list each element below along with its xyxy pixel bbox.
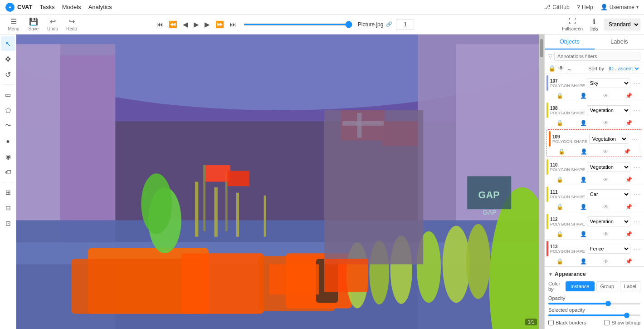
canvas-image: GAP GAP [16,34,544,329]
fullscreen-button[interactable]: ⛶ Fullscreen [561,17,584,31]
filename-area: Picture.jpg 🔗 [358,21,393,28]
object-113-menu[interactable]: ⋯ [631,245,642,253]
object-item: 111 POLYGON SHAPE Car ⋯ 🔒 👤 👁 📌 [545,185,644,212]
lock-icon[interactable]: 🔒 [548,65,556,72]
appearance-header[interactable]: ▼ Appearance [548,271,640,277]
object-item: 108 POLYGON SHAPE Vegetation ⋯ 🔒 👤 👁 📌 [545,101,644,128]
sort-bar: 🔒 👁 ⌄ Sort by ID - ascent [545,63,644,74]
person-107[interactable]: 👤 [580,93,587,99]
lock-107[interactable]: 🔒 [556,93,563,99]
object-111-label[interactable]: Car [587,189,630,199]
prev-frame-button[interactable]: ◀ [181,19,190,30]
instance-color-btn[interactable]: Instance [566,281,595,291]
tag-tool[interactable]: 🏷 [1,165,15,179]
nav-analytics[interactable]: Analytics [88,4,112,10]
svg-rect-38 [205,165,230,182]
redo-button[interactable]: ↪ Redo [63,16,81,33]
rotate-tool[interactable]: ↺ [1,67,15,82]
color-by-label: Color by [548,281,562,292]
svg-rect-16 [195,182,198,237]
annotations-filter-input[interactable] [554,52,640,61]
svg-rect-41 [269,264,319,295]
help-link[interactable]: ? Help [577,4,593,10]
black-borders-checkbox-label[interactable]: Black borders [548,320,586,325]
github-link[interactable]: ⎇ GitHub [544,4,569,10]
undo-button[interactable]: ↩ Undo [44,16,62,33]
top-nav: ● CVAT Tasks Models Analytics ⎇ GitHub ?… [0,0,644,15]
selected-opacity-thumb[interactable] [624,313,629,318]
black-borders-checkbox[interactable] [548,320,554,325]
frame-number-input[interactable] [396,19,414,30]
opacity-slider-container [548,303,640,304]
view-select[interactable]: Standard [605,19,640,30]
main-area: ↖ ✥ ↺ ▭ ⬠ 〜 ● ◉ 🏷 ⊞ ⊟ ⊡ [0,34,644,329]
first-frame-button[interactable]: ⏮ [155,19,165,30]
show-bitmap-checkbox-label[interactable]: Show bitmap [604,320,640,325]
canvas-area[interactable]: GAP GAP 1/1 [16,34,544,329]
frame-slider[interactable] [244,24,352,25]
object-109-label[interactable]: Vegetation [589,134,628,144]
link-icon[interactable]: 🔗 [386,21,392,27]
object-108-label[interactable]: Vegetation [587,105,630,115]
selected-opacity-label: Selected opacity [548,307,640,313]
eye-icon[interactable]: 👁 [558,65,564,72]
object-108-menu[interactable]: ⋯ [631,106,642,115]
menu-button[interactable]: ☰ Menu [4,16,24,33]
svg-point-15 [141,173,172,234]
appearance-title: Appearance [555,271,586,277]
object-item: 110 POLYGON SHAPE Vegetation ⋯ 🔒 👤 👁 📌 [545,158,644,185]
save-button[interactable]: 💾 Save [24,16,43,33]
logo[interactable]: ● CVAT [5,3,32,12]
object-107-menu[interactable]: ⋯ [631,79,642,88]
color-by-row: Color by Instance Group Label [548,281,640,292]
play-button[interactable]: ▶ [192,19,201,30]
label-color-btn[interactable]: Label [620,281,640,291]
next-frame-button[interactable]: ▶ [203,19,212,30]
opacity-thumb[interactable] [605,301,611,306]
pin-107[interactable]: 📌 [625,93,632,99]
svg-rect-19 [264,196,266,237]
nav-tasks[interactable]: Tasks [39,4,54,10]
polygon-tool[interactable]: ⬠ [1,103,15,118]
show-bitmap-checkbox[interactable] [604,320,610,325]
group-tool[interactable]: ⊡ [1,216,15,231]
svg-rect-40 [324,259,368,292]
eye-107[interactable]: 👁 [603,93,609,99]
point-tool[interactable]: ● [1,134,15,148]
object-112-menu[interactable]: ⋯ [631,217,642,226]
panel-collapse-btn[interactable]: ≡ [544,173,545,191]
merge-tool[interactable]: ⊞ [1,185,15,200]
svg-point-24 [443,226,470,303]
svg-rect-39 [228,171,249,186]
split-tool[interactable]: ⊟ [1,201,15,215]
sort-select[interactable]: ID - ascent [607,65,640,72]
filter-bar: ▽ [545,50,644,63]
nav-models[interactable]: Models [62,4,81,10]
object-112-label[interactable]: Vegetation [587,216,630,226]
rectangle-tool[interactable]: ▭ [1,88,15,102]
tab-objects[interactable]: Objects [545,34,595,49]
canvas-scrollbar[interactable] [539,34,544,329]
select-tool[interactable]: ↖ [1,36,15,51]
move-tool[interactable]: ✥ [1,52,15,66]
user-menu[interactable]: 👤 Username ▾ [600,4,639,10]
tab-labels[interactable]: Labels [595,34,644,49]
prev-chunk-button[interactable]: ⏪ [167,19,179,30]
object-110-label[interactable]: Vegetation [587,162,630,172]
info-button[interactable]: ℹ Info [587,17,601,32]
expand-icon[interactable]: ⌄ [567,65,572,72]
left-sidebar: ↖ ✥ ↺ ▭ ⬠ 〜 ● ◉ 🏷 ⊞ ⊟ ⊡ [0,34,16,329]
group-color-btn[interactable]: Group [596,281,619,291]
object-109-menu[interactable]: ⋯ [629,135,640,143]
object-113-label[interactable]: Fence [587,244,630,254]
object-list: 107 POLYGON SHAPE Sky ⋯ 🔒 👤 👁 📌 [545,74,644,266]
next-chunk-button[interactable]: ⏩ [214,19,226,30]
filename-label: Picture.jpg [358,21,384,28]
object-107-label[interactable]: Sky [587,78,630,88]
object-111-menu[interactable]: ⋯ [631,190,642,199]
last-frame-button[interactable]: ⏭ [228,19,238,30]
object-item-dashed: 109 POLYGON SHAPE Vegetation ⋯ 🔒 👤 👁 📌 [546,129,642,157]
ellipse-tool[interactable]: ◉ [1,149,15,164]
object-110-menu[interactable]: ⋯ [631,163,642,172]
polyline-tool[interactable]: 〜 [1,118,15,133]
